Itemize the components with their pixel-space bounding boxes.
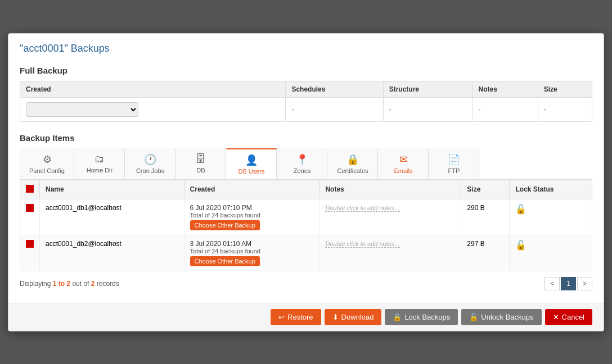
file-icon: 📄: [448, 153, 460, 166]
unlock-icon-1: 🔓: [515, 240, 526, 250]
tab-home-dir[interactable]: 🗂 Home Dir: [74, 148, 125, 179]
unlock-icon-0: 🔓: [515, 204, 526, 214]
full-backup-created[interactable]: [20, 97, 286, 121]
restore-label: Restore: [287, 313, 313, 321]
row-checkbox-cell-0[interactable]: [20, 199, 40, 235]
display-total-link[interactable]: 2: [91, 280, 95, 288]
backup-items-section: Backup Items ⚙ Panel Config 🗂 Home Dir 🕐…: [20, 133, 592, 294]
full-backup-select[interactable]: [26, 102, 138, 117]
download-icon: ⬇: [332, 313, 339, 321]
cancel-icon: ✕: [553, 313, 559, 321]
display-range-link[interactable]: 1 to 2: [53, 280, 70, 288]
tab-label-emails: Emails: [394, 167, 412, 174]
tab-label-zones: Zones: [294, 167, 311, 174]
row-checkbox-0[interactable]: [26, 204, 34, 212]
unlock-backups-icon: 🔓: [469, 313, 478, 321]
tab-label-db: DB: [196, 167, 205, 174]
cancel-label: Cancel: [562, 313, 584, 321]
row-notes-0[interactable]: Double click to add notes...: [320, 199, 461, 235]
created-date-1: 3 Jul 2020 01:10 AM: [190, 240, 251, 248]
backup-items-title: Backup Items: [20, 133, 592, 143]
pagination-row: Displaying 1 to 2 out of 2 records < 1 >: [20, 271, 592, 294]
tabs-container: ⚙ Panel Config 🗂 Home Dir 🕐 Cron Jobs 🗄 …: [20, 148, 592, 180]
row-created-0: 6 Jul 2020 07:10 PM Total of 24 backups …: [184, 199, 320, 235]
location-icon: 📍: [296, 153, 308, 166]
unlock-backups-label: Unlock Backups: [481, 313, 533, 321]
full-backup-row: - - - -: [20, 97, 592, 121]
choose-backup-button-0[interactable]: Choose Other Backup: [190, 220, 260, 230]
tab-label-db-users: DB Users: [238, 168, 264, 175]
row-size-1: 297 B: [461, 235, 510, 271]
col-created-header: Created: [184, 180, 320, 199]
tab-label-certificates: Certificates: [337, 167, 368, 174]
total-backups-1: Total of 24 backups found: [190, 248, 314, 254]
modal-body: "acct0001" Backups Full Backup Created S…: [8, 34, 604, 303]
full-backup-table: Created Schedules Structure Notes Size: [20, 81, 592, 122]
table-row: acct0001_db1@localhost 6 Jul 2020 07:10 …: [20, 199, 592, 235]
page-title: "acct0001" Backups: [20, 43, 592, 54]
tab-certificates[interactable]: 🔒 Certificates: [327, 148, 378, 179]
next-page-button[interactable]: >: [577, 277, 592, 290]
modal-footer: ↩ Restore ⬇ Download 🔒 Lock Backups 🔓 Un…: [8, 303, 604, 331]
col-size-header: Size: [461, 180, 510, 199]
select-all-checkbox[interactable]: [26, 185, 34, 193]
row-checkbox-1[interactable]: [26, 240, 34, 248]
restore-icon: ↩: [278, 313, 285, 321]
tab-ftp[interactable]: 📄 FTP: [429, 148, 479, 179]
tab-panel-config[interactable]: ⚙ Panel Config: [20, 148, 74, 179]
full-backup-section: Full Backup Created Schedules Structure …: [20, 66, 592, 122]
unlock-backups-button[interactable]: 🔓 Unlock Backups: [461, 309, 541, 325]
full-backup-structure: -: [383, 97, 472, 121]
choose-backup-button-1[interactable]: Choose Other Backup: [190, 256, 260, 266]
row-notes-1[interactable]: Double click to add notes...: [320, 235, 461, 271]
download-button[interactable]: ⬇ Download: [325, 309, 382, 325]
notes-placeholder-0: Double click to add notes...: [325, 204, 399, 212]
row-created-1: 3 Jul 2020 01:10 AM Total of 24 backups …: [184, 235, 320, 271]
col-header-notes: Notes: [472, 81, 538, 97]
database-icon: 🗄: [196, 153, 206, 165]
col-name-header: Name: [40, 180, 184, 199]
tab-db-users[interactable]: 👤 DB Users: [226, 148, 277, 179]
lock-backups-label: Lock Backups: [404, 313, 450, 321]
col-notes-header: Notes: [320, 180, 461, 199]
email-icon: ✉: [399, 153, 408, 166]
backup-data-table: Name Created Notes Size Lock Status acct…: [20, 180, 592, 271]
tab-emails[interactable]: ✉ Emails: [378, 148, 429, 179]
notes-placeholder-1: Double click to add notes...: [325, 240, 399, 248]
gear-icon: ⚙: [43, 153, 52, 166]
col-header-structure: Structure: [383, 81, 472, 97]
col-header-size: Size: [538, 81, 592, 97]
row-name-1: acct0001_db2@localhost: [40, 235, 184, 271]
col-header-schedules: Schedules: [286, 81, 383, 97]
col-lock-header: Lock Status: [510, 180, 592, 199]
prev-page-button[interactable]: <: [544, 277, 560, 290]
col-header-created: Created: [20, 81, 286, 97]
restore-button[interactable]: ↩ Restore: [271, 309, 321, 325]
user-icon: 👤: [245, 154, 258, 166]
row-name-0: acct0001_db1@localhost: [40, 199, 184, 235]
clock-icon: 🕐: [144, 153, 156, 166]
full-backup-size: -: [538, 97, 592, 121]
tab-label-panel-config: Panel Config: [29, 167, 65, 174]
full-backup-schedules: -: [286, 97, 383, 121]
row-checkbox-cell-1[interactable]: [20, 235, 40, 271]
table-row: acct0001_db2@localhost 3 Jul 2020 01:10 …: [20, 235, 592, 271]
tab-db[interactable]: 🗄 DB: [176, 148, 226, 179]
folder-icon: 🗂: [94, 153, 105, 165]
current-page-button[interactable]: 1: [561, 277, 576, 290]
modal-container: "acct0001" Backups Full Backup Created S…: [8, 33, 604, 331]
displaying-text: Displaying 1 to 2 out of 2 records: [20, 280, 119, 288]
lock-icon: 🔒: [346, 153, 359, 166]
tab-label-home-dir: Home Dir: [87, 167, 112, 174]
lock-backups-button[interactable]: 🔒 Lock Backups: [385, 309, 458, 325]
lock-backups-icon: 🔒: [393, 313, 402, 321]
col-select-all: [20, 180, 40, 199]
download-label: Download: [341, 313, 374, 321]
tab-cron-jobs[interactable]: 🕐 Cron Jobs: [125, 148, 176, 179]
created-date-0: 6 Jul 2020 07:10 PM: [190, 204, 252, 212]
cancel-button[interactable]: ✕ Cancel: [545, 309, 592, 325]
tab-zones[interactable]: 📍 Zones: [277, 148, 327, 179]
row-lock-1: 🔓: [510, 235, 592, 271]
tab-label-cron-jobs: Cron Jobs: [136, 167, 164, 174]
tab-label-ftp: FTP: [448, 167, 460, 174]
